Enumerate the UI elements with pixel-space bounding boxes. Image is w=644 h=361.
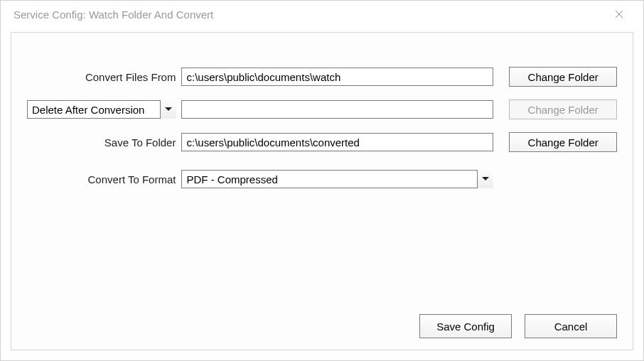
row-after-conversion: Delete After Conversion Change Folder: [27, 99, 617, 119]
label-convert-format: Convert To Format: [27, 173, 181, 185]
label-save-to: Save To Folder: [27, 136, 181, 149]
input-convert-from[interactable]: [181, 68, 493, 86]
dialog-window: Service Config: Watch Folder And Convert…: [0, 0, 644, 361]
select-after-conversion[interactable]: Delete After Conversion: [27, 100, 176, 119]
titlebar: Service Config: Watch Folder And Convert: [1, 1, 643, 28]
change-folder-button-after: Change Folder: [509, 99, 617, 119]
row-convert-from: Convert Files From Change Folder: [27, 67, 617, 87]
close-button[interactable]: [605, 4, 633, 25]
save-config-button[interactable]: Save Config: [419, 314, 512, 338]
window-title: Service Config: Watch Folder And Convert: [14, 9, 213, 21]
select-convert-format[interactable]: PDF - Compressed: [181, 170, 493, 188]
cancel-button[interactable]: Cancel: [525, 314, 617, 338]
change-folder-button-saveto[interactable]: Change Folder: [509, 132, 617, 152]
row-save-to: Save To Folder Change Folder: [27, 132, 617, 152]
change-folder-button-from[interactable]: Change Folder: [509, 67, 617, 87]
content-frame: Convert Files From Change Folder Delete …: [11, 32, 633, 350]
form-area: Convert Files From Change Folder Delete …: [11, 67, 633, 189]
input-after-conversion-dest: [181, 100, 493, 119]
close-icon: [615, 10, 623, 18]
label-convert-from: Convert Files From: [27, 71, 181, 83]
dialog-footer: Save Config Cancel: [419, 314, 617, 338]
row-convert-format: Convert To Format PDF - Compressed: [27, 169, 617, 189]
input-save-to[interactable]: [181, 133, 493, 151]
